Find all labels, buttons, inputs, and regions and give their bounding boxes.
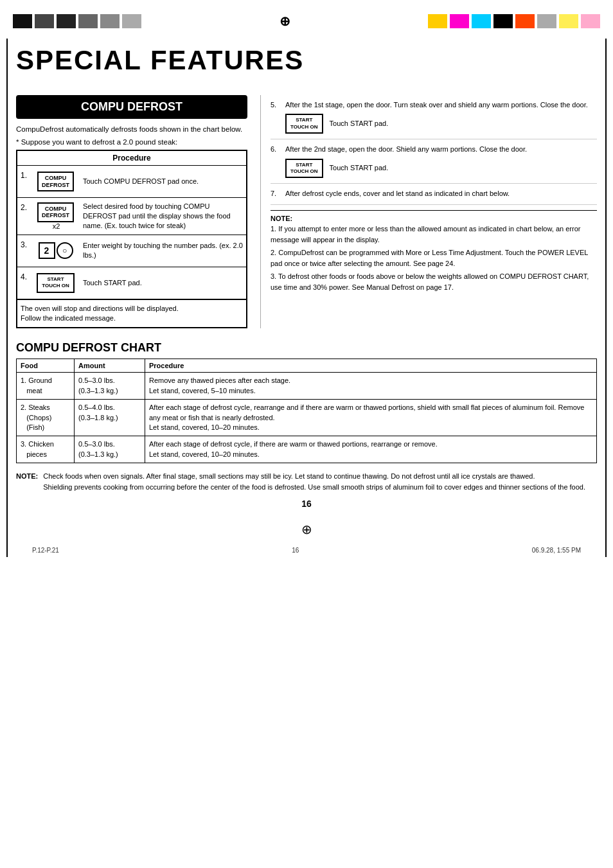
right-step-6-text: After the 2nd stage, open the door. Shie… (285, 145, 597, 154)
bottom-crosshair: ⊕ (16, 518, 597, 540)
step-2-text: Select desired food by touching COMPU DE… (80, 198, 246, 235)
chart-col-food: Food (17, 359, 75, 373)
start-touch-btn-5[interactable]: START TOUCH ON (285, 114, 323, 134)
note-3: 3. To defrost other foods or foods above… (271, 271, 597, 292)
bottom-note: NOTE: Check foods when oven signals. Aft… (16, 471, 597, 492)
swatch-yellow (428, 14, 447, 28)
chart-table: Food Amount Procedure 1. Ground meat 0.5… (16, 359, 597, 463)
step-3-img: 2 ○ (31, 235, 80, 267)
step-2-num: 2. (17, 198, 31, 235)
color-block-4 (78, 14, 98, 28)
step-2-img: COMPU DEFROST x2 (31, 198, 80, 235)
chart-amount-2: 0.5–4.0 lbs.(0.3–1.8 kg.) (75, 400, 145, 436)
swatch-light-yellow (559, 14, 578, 28)
step-1-num: 1. (17, 166, 31, 197)
color-block-5 (100, 14, 120, 28)
proc-row-3: 3. 2 ○ Enter weight by touching the numb… (17, 235, 246, 267)
procedure-table: Procedure 1. COMPU DEFROST Touch COMPU D… (16, 150, 247, 328)
chart-food-1: 1. Ground meat (17, 373, 75, 400)
top-crosshair: ⊕ (280, 13, 290, 29)
oven-msg-text: The oven will stop and directions will b… (21, 304, 243, 324)
proc-row-2: 2. COMPU DEFROST x2 Select desired food … (17, 198, 246, 235)
top-bar-right-blocks (428, 14, 600, 28)
step-1-img: COMPU DEFROST (31, 166, 80, 197)
step-4-num: 4. (17, 267, 31, 299)
chart-header-row: Food Amount Procedure (17, 359, 597, 373)
footer-left: P.12-P.21 (32, 547, 59, 554)
footer-right: 06.9.28, 1:55 PM (532, 547, 581, 554)
swatch-magenta (450, 14, 469, 28)
oven-msg: The oven will stop and directions will b… (17, 299, 246, 328)
right-column: 5. After the 1st stage, open the door. T… (260, 95, 597, 328)
footer-center: 16 (292, 547, 299, 554)
chart-amount-1: 0.5–3.0 lbs.(0.3–1.3 kg.) (75, 373, 145, 400)
step-5-img-area: START TOUCH ON Touch START pad. (285, 114, 597, 134)
step-3-num: 3. (17, 235, 31, 267)
step-3-text: Enter weight by touching the number pads… (80, 235, 246, 267)
chart-col-procedure: Procedure (145, 359, 597, 373)
page-wrapper: SPECIAL FEATURES COMPU DEFROST CompuDefr… (0, 39, 613, 557)
right-step-7: 7. After defrost cycle ends, cover and l… (271, 184, 597, 204)
proc-row-1: 1. COMPU DEFROST Touch COMPU DEFROST pad… (17, 166, 246, 198)
right-step-7-text: After defrost cycle ends, cover and let … (285, 189, 597, 199)
step-4-text: Touch START pad. (80, 267, 246, 299)
start-touch-btn-6[interactable]: START TOUCH ON (285, 159, 323, 179)
page-number: 16 (16, 499, 597, 509)
start-touch-btn-4[interactable]: START TOUCH ON (37, 273, 75, 293)
color-block-1 (13, 14, 32, 28)
right-step-7-num: 7. (271, 189, 280, 199)
color-block-3 (57, 14, 76, 28)
x2-label: x2 (53, 222, 60, 230)
top-bar: ⊕ (0, 0, 613, 39)
swatch-orange (515, 14, 535, 28)
procedure-table-header: Procedure (17, 151, 246, 166)
suppose-text: * Suppose you want to defrost a 2.0 poun… (16, 138, 247, 146)
chart-section: COMPU DEFROST CHART Food Amount Procedur… (16, 341, 597, 492)
right-step-7-content: After defrost cycle ends, cover and let … (285, 189, 597, 199)
right-step-5-num: 5. (271, 100, 280, 134)
chart-amount-3: 0.5–3.0 lbs.(0.3–1.3 kg.) (75, 436, 145, 463)
proc-row-4: 4. START TOUCH ON Touch START pad. (17, 267, 246, 299)
notes-label: NOTE: (271, 213, 597, 224)
step-5-pad-text: Touch START pad. (330, 119, 389, 128)
content-area: COMPU DEFROST CompuDefrost automatically… (16, 89, 597, 328)
right-step-6-content: After the 2nd stage, open the door. Shie… (285, 145, 597, 178)
compu-defrost-btn-1: COMPU DEFROST (37, 172, 74, 192)
oval-pad: ○ (57, 242, 73, 259)
chart-food-3: 3. Chicken pieces (17, 436, 75, 463)
right-border (605, 39, 607, 557)
compu-defrost-heading: COMPU DEFROST (16, 95, 247, 119)
right-step-5-text: After the 1st stage, open the door. Turn… (285, 100, 597, 110)
color-block-2 (35, 14, 54, 28)
step-1-text: Touch COMPU DEFROST pad once. (80, 166, 246, 197)
chart-col-amount: Amount (75, 359, 145, 373)
chart-food-2: 2. Steaks (Chops) (Fish) (17, 400, 75, 436)
chart-heading: COMPU DEFROST CHART (16, 341, 597, 355)
right-step-5-content: After the 1st stage, open the door. Turn… (285, 100, 597, 134)
swatch-gray (537, 14, 556, 28)
top-bar-left-blocks (13, 14, 141, 28)
step-6-img-area: START TOUCH ON Touch START pad. (285, 159, 597, 179)
bottom-note-text: Check foods when oven signals. After fin… (43, 471, 585, 492)
footer-bar: P.12-P.21 16 06.9.28, 1:55 PM (16, 544, 597, 557)
compu-defrost-btn-2: COMPU DEFROST (37, 202, 74, 223)
right-step-6-num: 6. (271, 145, 280, 178)
chart-row-1: 1. Ground meat 0.5–3.0 lbs.(0.3–1.3 kg.)… (17, 373, 597, 400)
num-pad-2: 2 (39, 242, 55, 259)
bottom-note-label: NOTE: (16, 471, 38, 492)
color-block-6 (122, 14, 141, 28)
swatch-black (493, 14, 513, 28)
right-step-6: 6. After the 2nd stage, open the door. S… (271, 139, 597, 184)
swatch-cyan (472, 14, 491, 28)
left-border (6, 39, 8, 557)
num-pad-area: 2 ○ (39, 242, 73, 259)
swatch-pink (581, 14, 600, 28)
note-2: 2. CompuDefrost can be programmed with M… (271, 247, 597, 269)
note-1: 1. If you attempt to enter more or less … (271, 224, 597, 245)
chart-proc-3: After each stage of defrost cycle, if th… (145, 436, 597, 463)
chart-row-3: 3. Chicken pieces 0.5–3.0 lbs.(0.3–1.3 k… (17, 436, 597, 463)
step-6-pad-text: Touch START pad. (330, 163, 389, 173)
left-column: COMPU DEFROST CompuDefrost automatically… (16, 95, 247, 328)
chart-proc-2: After each stage of defrost cycle, rearr… (145, 400, 597, 436)
chart-proc-1: Remove any thawed pieces after each stag… (145, 373, 597, 400)
